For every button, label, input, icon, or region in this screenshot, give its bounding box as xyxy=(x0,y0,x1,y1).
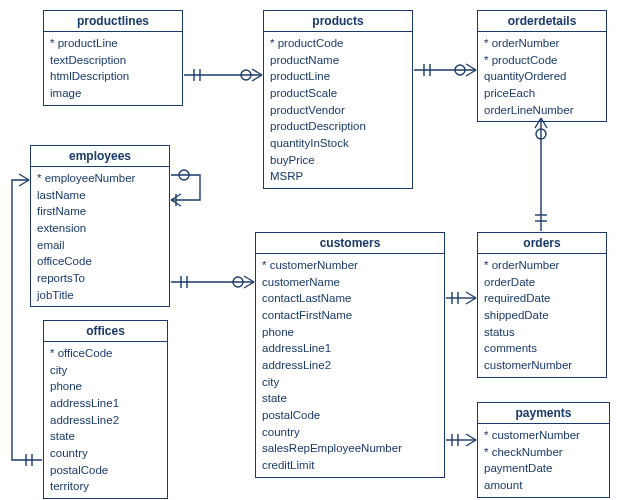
field: productName xyxy=(270,52,406,69)
entity-customers: customers * customerNumber customerName … xyxy=(255,232,445,478)
field: customerName xyxy=(262,274,438,291)
entity-offices: offices * officeCode city phone addressL… xyxy=(43,320,168,499)
field: country xyxy=(50,445,161,462)
field: requiredDate xyxy=(484,290,600,307)
field: * customerNumber xyxy=(262,257,438,274)
svg-point-31 xyxy=(233,277,243,287)
field: reportsTo xyxy=(37,270,163,287)
field: addressLine1 xyxy=(50,395,161,412)
svg-line-11 xyxy=(466,70,476,76)
rel-productlines-products xyxy=(184,69,262,81)
field: shippedDate xyxy=(484,307,600,324)
field: city xyxy=(262,374,438,391)
field: orderLineNumber xyxy=(484,102,600,119)
field: priceEach xyxy=(484,85,600,102)
field: * productLine xyxy=(50,35,176,52)
field: textDescription xyxy=(50,52,176,69)
field: jobTitle xyxy=(37,287,163,304)
field: territory xyxy=(50,478,161,495)
field: postalCode xyxy=(50,462,161,479)
field: officeCode xyxy=(37,253,163,270)
entity-fields: * productCode productName productLine pr… xyxy=(264,32,412,188)
svg-line-5 xyxy=(252,75,262,81)
entity-title: offices xyxy=(44,321,167,342)
field: addressLine2 xyxy=(50,412,161,429)
entity-title: products xyxy=(264,11,412,32)
field: * officeCode xyxy=(50,345,161,362)
field: productScale xyxy=(270,85,406,102)
rel-orders-orderdetails xyxy=(535,118,547,231)
field: * orderNumber xyxy=(484,35,600,52)
field: city xyxy=(50,362,161,379)
svg-point-15 xyxy=(536,129,546,139)
field: country xyxy=(262,424,438,441)
svg-line-27 xyxy=(466,440,476,446)
field: phone xyxy=(50,378,161,395)
field: amount xyxy=(484,477,603,494)
field: orderDate xyxy=(484,274,600,291)
svg-point-9 xyxy=(455,65,465,75)
field: phone xyxy=(262,324,438,341)
entity-fields: * productLine textDescription htmlDescri… xyxy=(44,32,182,105)
field: contactFirstName xyxy=(262,307,438,324)
field: * orderNumber xyxy=(484,257,600,274)
field: state xyxy=(50,428,161,445)
field: firstName xyxy=(37,203,163,220)
field: status xyxy=(484,324,600,341)
svg-point-3 xyxy=(241,70,251,80)
field: * productCode xyxy=(484,52,600,69)
rel-employees-customers xyxy=(171,276,254,288)
field: addressLine2 xyxy=(262,357,438,374)
entity-fields: * officeCode city phone addressLine1 add… xyxy=(44,342,167,498)
field: comments xyxy=(484,340,600,357)
svg-line-32 xyxy=(244,276,254,282)
entity-products: products * productCode productName produ… xyxy=(263,10,413,189)
entity-title: orders xyxy=(478,233,606,254)
field: addressLine1 xyxy=(262,340,438,357)
svg-point-34 xyxy=(179,170,189,180)
entity-title: orderdetails xyxy=(478,11,606,32)
field: customerNumber xyxy=(484,357,600,374)
entity-title: productlines xyxy=(44,11,182,32)
svg-line-22 xyxy=(466,298,476,304)
field: lastName xyxy=(37,187,163,204)
field: productDescription xyxy=(270,118,406,135)
entity-title: employees xyxy=(31,146,169,167)
field: salesRepEmployeeNumber xyxy=(262,440,438,457)
rel-products-orderdetails xyxy=(414,64,476,76)
field: quantityOrdered xyxy=(484,68,600,85)
svg-line-40 xyxy=(19,174,29,180)
rel-customers-orders xyxy=(446,292,476,304)
svg-line-37 xyxy=(171,200,181,206)
svg-line-21 xyxy=(466,292,476,298)
svg-line-26 xyxy=(466,434,476,440)
field: productVendor xyxy=(270,102,406,119)
field: buyPrice xyxy=(270,152,406,169)
entity-employees: employees * employeeNumber lastName firs… xyxy=(30,145,170,307)
entity-fields: * orderNumber orderDate requiredDate shi… xyxy=(478,254,606,377)
field: paymentDate xyxy=(484,460,603,477)
entity-payments: payments * customerNumber * checkNumber … xyxy=(477,402,610,498)
rel-customers-payments xyxy=(446,434,476,446)
field: extension xyxy=(37,220,163,237)
field: * customerNumber xyxy=(484,427,603,444)
field: contactLastName xyxy=(262,290,438,307)
field: email xyxy=(37,237,163,254)
field: * checkNumber xyxy=(484,444,603,461)
entity-fields: * orderNumber * productCode quantityOrde… xyxy=(478,32,606,121)
field: creditLimit xyxy=(262,457,438,474)
field: postalCode xyxy=(262,407,438,424)
entity-orders: orders * orderNumber orderDate requiredD… xyxy=(477,232,607,378)
entity-title: payments xyxy=(478,403,609,424)
entity-productlines: productlines * productLine textDescripti… xyxy=(43,10,183,106)
field: state xyxy=(262,390,438,407)
svg-line-10 xyxy=(466,64,476,70)
field: productLine xyxy=(270,68,406,85)
rel-employees-employees xyxy=(171,170,200,206)
field: image xyxy=(50,85,176,102)
svg-line-36 xyxy=(171,194,181,200)
entity-title: customers xyxy=(256,233,444,254)
entity-fields: * customerNumber customerName contactLas… xyxy=(256,254,444,477)
entity-orderdetails: orderdetails * orderNumber * productCode… xyxy=(477,10,607,122)
field: quantityInStock xyxy=(270,135,406,152)
